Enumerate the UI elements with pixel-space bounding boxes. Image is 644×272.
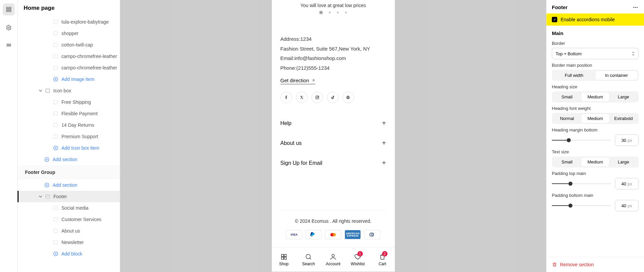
amex-icon: AMERICANEXPRESS [345, 230, 361, 239]
svg-point-8 [8, 46, 9, 47]
tree-section-icon-box[interactable]: Icon box [18, 85, 120, 96]
padding-bottom-slider[interactable] [552, 202, 611, 209]
tree-item[interactable]: Flexible Payment [18, 108, 120, 119]
add-section[interactable]: Add section [18, 154, 120, 165]
svg-rect-11 [54, 32, 58, 35]
seg-large[interactable]: Large [609, 92, 638, 101]
tree-group-footer[interactable]: Footer Group [18, 165, 120, 179]
hero-subline: You will love at great low prices [278, 3, 388, 8]
accordion-label: Sign Up for Email [280, 160, 323, 166]
text-size-label: Text size [552, 149, 639, 154]
svg-rect-0 [6, 7, 11, 8]
seg-full-width[interactable]: Full width [553, 71, 595, 80]
input-value: 30 [621, 138, 626, 143]
facebook-icon[interactable] [280, 92, 292, 103]
social-links [280, 92, 386, 103]
svg-rect-16 [46, 89, 50, 93]
chevron-down-icon [38, 88, 43, 93]
tree-item[interactable]: Newsletter [18, 237, 120, 248]
carousel-dots[interactable] [278, 11, 388, 15]
tab-label: Account [326, 262, 340, 266]
rail-settings-icon[interactable] [3, 22, 15, 34]
pinterest-icon[interactable] [343, 92, 354, 103]
rail-apps-icon[interactable] [3, 40, 15, 52]
tree-item[interactable]: Free Shipping [18, 96, 120, 108]
tree-item[interactable]: shopper [18, 28, 120, 39]
seg-medium[interactable]: Medium [581, 92, 610, 101]
seg-medium-weight[interactable]: Medium [581, 114, 610, 123]
heading-margin-input[interactable]: 30px [615, 134, 639, 146]
tree-item[interactable]: cotton-twill-cap [18, 39, 120, 51]
tree-item[interactable]: Customer Services [18, 214, 120, 225]
instagram-icon[interactable] [312, 92, 323, 103]
dot-icon[interactable] [319, 11, 323, 14]
text-size-segmented: Small Medium Large [552, 156, 639, 168]
padding-bottom-label: Padding bottom main [552, 193, 639, 198]
tree-item[interactable]: Premium Support [18, 131, 120, 142]
tree-section-footer[interactable]: Footer [18, 191, 120, 202]
accordion-item-signup[interactable]: Sign Up for Email+ [280, 153, 386, 173]
tree-item-label: Social media [61, 205, 88, 211]
tab-search[interactable]: Search [296, 248, 321, 272]
seg-in-container[interactable]: In container [595, 71, 638, 80]
seg-text-medium[interactable]: Medium [581, 157, 610, 167]
add-block[interactable]: Add block [18, 248, 120, 260]
tiktok-icon[interactable] [327, 92, 339, 103]
footer-accordion: Help+ About us+ Sign Up for Email+ [280, 113, 386, 173]
rail-sections-icon[interactable] [3, 3, 15, 16]
padding-top-slider[interactable] [552, 180, 611, 187]
get-direction-link[interactable]: Get direction [280, 78, 315, 84]
contact-info: Address:1234 Fashion Street, Suite 567,N… [280, 34, 386, 73]
tree-item[interactable]: 14 Day Returns [18, 119, 120, 131]
checkbox-icon: ✓ [552, 17, 557, 22]
x-twitter-icon[interactable] [296, 92, 307, 103]
seg-text-large[interactable]: Large [609, 157, 638, 167]
svg-point-3 [8, 27, 9, 29]
preview-canvas: You will love at great low prices Addres… [120, 0, 546, 272]
tree-item[interactable]: campo-chromefree-leather [18, 62, 120, 73]
dot-icon[interactable] [329, 11, 331, 13]
heading-weight-segmented: Normal Medium Extrabold [552, 113, 639, 124]
padding-top-input[interactable]: 40px [615, 178, 639, 189]
left-rail [0, 0, 18, 272]
enable-accordions-toggle[interactable]: ✓ Enable accordions mobile [546, 13, 644, 26]
svg-point-7 [7, 46, 8, 47]
padding-bottom-input[interactable]: 40px [615, 200, 639, 211]
remove-label: Remove section [560, 262, 594, 267]
tree-item[interactable]: About us [18, 225, 120, 237]
svg-point-33 [318, 96, 318, 97]
tab-wishlist[interactable]: 1Wishlist [346, 248, 370, 272]
tree-item[interactable]: campo-chromefree-leather [18, 51, 120, 62]
svg-rect-10 [54, 20, 58, 24]
tree-item-label: campo-chromefree-leather [61, 65, 117, 70]
tab-shop[interactable]: Shop [272, 248, 296, 272]
heading-size-segmented: Small Medium Large [552, 91, 639, 102]
dot-icon[interactable] [337, 11, 339, 13]
heading-margin-slider[interactable] [552, 137, 611, 144]
add-image-item[interactable]: Add Image item [18, 73, 120, 85]
add-icon-box-item[interactable]: Add Icon box item [18, 142, 120, 154]
add-section-footer-group[interactable]: Add section [18, 179, 120, 191]
tree-item-label: Newsletter [61, 240, 84, 245]
tree-item-label: Flexible Payment [61, 111, 98, 116]
tab-cart[interactable]: 2Cart [370, 248, 395, 272]
accordion-item-help[interactable]: Help+ [280, 113, 386, 133]
seg-extrabold[interactable]: Extrabold [609, 114, 638, 123]
tab-label: Shop [279, 262, 289, 266]
seg-text-small[interactable]: Small [553, 157, 581, 167]
svg-point-6 [10, 44, 11, 45]
tree-item[interactable]: tula-explore-babytrage [18, 16, 120, 28]
input-unit: px [627, 203, 632, 208]
more-icon[interactable]: ⋯ [633, 4, 639, 10]
remove-section-button[interactable]: Remove section [546, 257, 644, 272]
border-select[interactable]: Top + Bottom [552, 48, 639, 59]
tab-account[interactable]: Account [321, 248, 346, 272]
svg-rect-41 [284, 254, 286, 256]
accordion-item-about[interactable]: About us+ [280, 133, 386, 153]
tree-item-label: tula-explore-babytrage [61, 19, 109, 25]
seg-normal[interactable]: Normal [553, 114, 581, 123]
seg-small[interactable]: Small [553, 92, 581, 101]
tree-item-label: Premium Support [61, 134, 98, 139]
dot-icon[interactable] [345, 11, 347, 13]
tree-item[interactable]: Social media [18, 202, 120, 214]
